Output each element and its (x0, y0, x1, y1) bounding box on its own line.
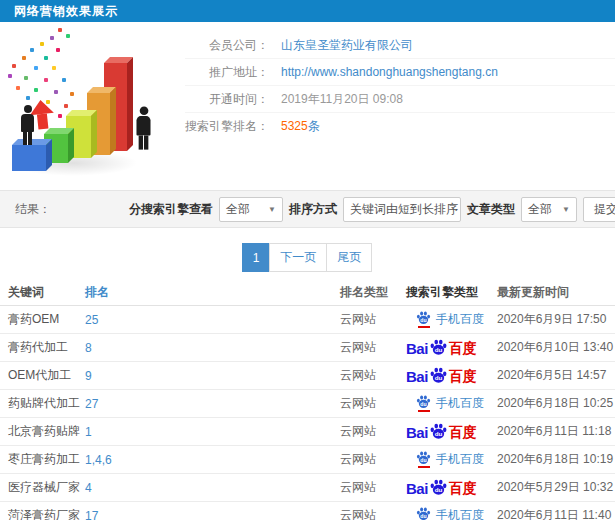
svg-text:du: du (420, 513, 426, 519)
keyword-cell: 菏泽膏药厂家 (0, 507, 77, 520)
baidu-bai-text: Bai (406, 341, 428, 356)
table-row: 枣庄膏药加工 1,4,6 云网站 du 手机百度 (0, 446, 615, 474)
info-row-company: 会员公司： 山东皇圣堂药业有限公司 (185, 32, 615, 59)
baidu-bai-text: Bai (406, 425, 428, 440)
engine-cell: du 手机百度 Bai du 百度 (398, 395, 489, 412)
pagination: 1 下一页 尾页 (0, 243, 615, 272)
table-header-row: 关键词 排名 排名类型 搜索引擎类型 最新更新时间 (0, 280, 615, 306)
table-body: 膏药OEM 25 云网站 du 手机百度 B (0, 306, 615, 520)
baidu-paw-icon: du (416, 507, 431, 520)
article-type-filter-label: 文章类型 (467, 201, 515, 218)
header-engine-type: 搜索引擎类型 (398, 284, 489, 301)
engine-cell: du 手机百度 Bai du 百度 (398, 423, 489, 440)
open-time-label: 开通时间： (185, 91, 269, 108)
engine-cell: du 手机百度 Bai du 百度 (398, 367, 489, 384)
updated-cell: 2020年5月29日 10:32 (489, 479, 615, 496)
rank-count-label: 搜索引擎排名： (185, 118, 269, 135)
header-rank-type: 排名类型 (332, 284, 398, 301)
updated-cell: 2020年6月5日 14:57 (489, 367, 615, 384)
svg-text:du: du (435, 430, 443, 437)
rank-link[interactable]: 17 (77, 509, 332, 520)
rank-type-cell: 云网站 (332, 311, 398, 328)
keyword-cell: 药贴牌代加工 (0, 395, 77, 412)
rank-link[interactable]: 1 (77, 425, 332, 439)
header-bar: 网络营销效果展示 (0, 0, 615, 22)
rank-link[interactable]: 27 (77, 397, 332, 411)
table-row: 北京膏药贴牌 1 云网站 du 手机百度 B (0, 418, 615, 446)
promo-url-link[interactable]: http://www.shandonghuangshengtang.cn (281, 65, 498, 79)
updated-cell: 2020年6月10日 13:40 (489, 339, 615, 356)
updated-cell: 2020年6月11日 11:40 (489, 507, 615, 520)
chevron-down-icon: ▼ (554, 205, 570, 214)
svg-text:du: du (420, 457, 426, 463)
results-table: 关键词 排名 排名类型 搜索引擎类型 最新更新时间 膏药OEM 25 云网站 d… (0, 280, 615, 520)
baidu-paw-icon: du (416, 395, 431, 412)
rank-type-cell: 云网站 (332, 451, 398, 468)
updated-cell: 2020年6月18日 10:25 (489, 395, 615, 412)
filter-bar: 结果： 分搜索引擎查看 全部 ▼ 排序方式 关键词由短到长排序 ▼ 文章类型 全… (0, 190, 615, 228)
table-row: 药贴牌代加工 27 云网站 du 手机百度 (0, 390, 615, 418)
rank-type-cell: 云网站 (332, 367, 398, 384)
rank-count-value: 5325条 (281, 118, 320, 135)
keyword-cell: OEM代加工 (0, 367, 77, 384)
rank-link[interactable]: 9 (77, 369, 332, 383)
mobile-baidu-logo: du 手机百度 (406, 451, 484, 468)
table-row: 菏泽膏药厂家 17 云网站 du 手机百度 (0, 502, 615, 520)
confetti-decoration (0, 22, 4, 26)
mobile-baidu-label: 手机百度 (436, 311, 484, 328)
header-rank: 排名 (77, 284, 332, 301)
article-type-select-value: 全部 (528, 201, 552, 218)
baidu-paw-icon: du (429, 479, 448, 496)
keyword-cell: 枣庄膏药加工 (0, 451, 77, 468)
info-section: 会员公司： 山东皇圣堂药业有限公司 推广地址： http://www.shand… (0, 22, 615, 190)
company-label: 会员公司： (185, 37, 269, 54)
svg-text:du: du (435, 374, 443, 381)
engine-cell: du 手机百度 Bai du 百度 (398, 451, 489, 468)
rank-link[interactable]: 4 (77, 481, 332, 495)
baidu-paw-icon: du (416, 311, 431, 328)
mobile-baidu-logo: du 手机百度 (406, 507, 484, 520)
header-updated: 最新更新时间 (489, 284, 615, 301)
rank-link[interactable]: 8 (77, 341, 332, 355)
sort-select[interactable]: 关键词由短到长排序 ▼ (343, 197, 461, 222)
engine-select-value: 全部 (226, 201, 250, 218)
keyword-cell: 北京膏药贴牌 (0, 423, 77, 440)
sort-filter-label: 排序方式 (289, 201, 337, 218)
chevron-down-icon: ▼ (260, 205, 276, 214)
table-row: OEM代加工 9 云网站 du 手机百度 B (0, 362, 615, 390)
page-1-button[interactable]: 1 (242, 243, 271, 272)
article-type-select[interactable]: 全部 ▼ (521, 197, 577, 222)
baidu-paw-icon: du (429, 423, 448, 440)
baidu-logo: Bai du 百度 (406, 339, 477, 356)
rank-type-cell: 云网站 (332, 339, 398, 356)
baidu-logo: Bai du 百度 (406, 479, 477, 496)
svg-text:du: du (420, 401, 426, 407)
engine-cell: du 手机百度 Bai du 百度 (398, 311, 489, 328)
mobile-baidu-label: 手机百度 (436, 507, 484, 520)
baidu-logo: Bai du 百度 (406, 367, 477, 384)
baidu-red-underline (418, 326, 430, 328)
rank-type-cell: 云网站 (332, 395, 398, 412)
baidu-cn-text: 百度 (449, 341, 477, 356)
baidu-paw-icon: du (429, 339, 448, 356)
company-name-link[interactable]: 山东皇圣堂药业有限公司 (281, 37, 413, 54)
engine-select[interactable]: 全部 ▼ (219, 197, 283, 222)
businessman-figure-left (21, 105, 34, 145)
baidu-logo: Bai du 百度 (406, 423, 477, 440)
rank-link[interactable]: 25 (77, 313, 332, 327)
rank-link[interactable]: 1,4,6 (77, 453, 332, 467)
rank-type-cell: 云网站 (332, 423, 398, 440)
svg-text:du: du (435, 486, 443, 493)
promo-url-label: 推广地址： (185, 64, 269, 81)
header-keyword: 关键词 (0, 284, 77, 301)
last-page-button[interactable]: 尾页 (326, 243, 372, 272)
baidu-red-underline (418, 410, 430, 412)
bar-blue (12, 145, 46, 171)
info-row-url: 推广地址： http://www.shandonghuangshengtang.… (185, 59, 615, 86)
result-label: 结果： (15, 201, 51, 218)
next-page-button[interactable]: 下一页 (269, 243, 327, 272)
info-row-rank-count: 搜索引擎排名： 5325条 (185, 113, 615, 140)
submit-button[interactable]: 提交 (583, 197, 615, 222)
baidu-cn-text: 百度 (449, 369, 477, 384)
bar-chart-illustration (0, 22, 185, 190)
